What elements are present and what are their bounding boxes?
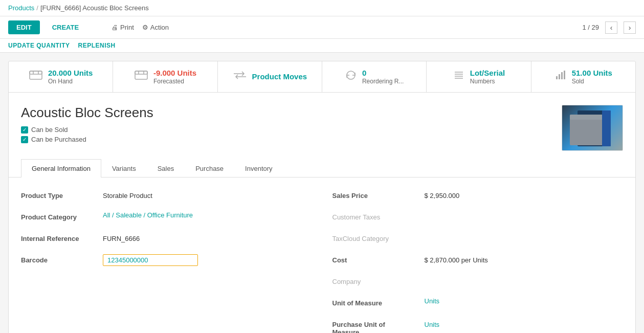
breadcrumb-parent[interactable]: Products <box>8 4 34 12</box>
stat-on-hand-value: 20.000 Units <box>48 69 93 78</box>
field-barcode: Barcode <box>21 254 312 269</box>
action-bar-right: 1 / 29 ‹ › <box>582 21 636 34</box>
field-product-category: Product Category All / Saleable / Office… <box>21 211 312 226</box>
tab-general-information[interactable]: General Information <box>21 159 101 177</box>
stat-on-hand-text: 20.000 Units On Hand <box>48 69 93 85</box>
stat-lot-serial-value: Lot/Serial <box>470 69 505 78</box>
tabs-bar: General Information Variants Sales Purch… <box>9 159 635 177</box>
form-right: Sales Price $ 2,950.000 Customer Taxes T… <box>332 190 624 333</box>
product-image <box>562 105 623 151</box>
update-quantity-button[interactable]: UPDATE QUANTITY <box>8 42 70 49</box>
purchased-label: Can be Purchased <box>31 136 86 143</box>
field-purchase-unit-of-measure: Purchase Unit ofMeasure Units <box>332 319 624 333</box>
field-sales-price: Sales Price $ 2,950.000 <box>332 190 624 204</box>
stat-lot-serial-text: Lot/Serial Numbers <box>470 69 505 85</box>
tab-inventory[interactable]: Inventory <box>234 159 283 177</box>
breadcrumb-bar: Products / [FURN_6666] Acoustic Bloc Scr… <box>0 0 644 16</box>
svg-rect-5 <box>135 71 147 74</box>
field-internal-reference: Internal Reference FURN_6666 <box>21 233 312 247</box>
tab-variants[interactable]: Variants <box>101 159 147 177</box>
svg-rect-21 <box>602 110 611 146</box>
stat-reordering-text: 0 Reordering R... <box>362 69 404 85</box>
stat-product-moves-text: Product Moves <box>252 72 307 81</box>
internal-reference-value: FURN_6666 <box>103 233 140 242</box>
action-button[interactable]: ⚙ Action <box>142 24 169 31</box>
product-header: Acoustic Bloc Screens ✓ Can be Sold ✓ Ca… <box>9 93 635 159</box>
replenish-button[interactable]: REPLENISH <box>78 42 116 49</box>
product-info: Acoustic Bloc Screens ✓ Can be Sold ✓ Ca… <box>21 105 153 143</box>
refresh-icon <box>345 69 357 84</box>
box-icon <box>29 69 43 84</box>
stat-forecasted-value: -9.000 Units <box>153 69 196 78</box>
sub-action-bar: UPDATE QUANTITY REPLENISH <box>0 39 644 53</box>
stat-sold[interactable]: 51.00 Units Sold <box>531 61 635 92</box>
stat-product-moves[interactable]: Product Moves <box>218 61 322 92</box>
svg-rect-17 <box>564 71 565 79</box>
field-unit-of-measure: Unit of Measure Units <box>332 297 624 312</box>
tab-purchase[interactable]: Purchase <box>185 159 234 177</box>
purchased-checkbox[interactable]: ✓ <box>21 136 28 143</box>
stat-lot-serial-label: Numbers <box>470 78 505 85</box>
stat-sold-label: Sold <box>572 78 612 85</box>
main-content: 20.000 Units On Hand -9.000 Units Foreca… <box>0 53 644 333</box>
unit-of-measure-value[interactable]: Units <box>425 297 440 305</box>
form-content: Product Type Storable Product Product Ca… <box>9 177 635 333</box>
cost-value: $ 2,870.000 per Units <box>425 254 488 264</box>
tab-sales[interactable]: Sales <box>147 159 185 177</box>
edit-button[interactable]: EDIT <box>8 20 40 34</box>
nav-next-button[interactable]: › <box>624 21 636 34</box>
stat-reordering[interactable]: 0 Reordering R... <box>322 61 427 92</box>
product-category-value[interactable]: All / Saleable / Office Furniture <box>103 211 193 219</box>
stat-lot-serial[interactable]: Lot/Serial Numbers <box>427 61 531 92</box>
svg-rect-15 <box>559 74 560 79</box>
unit-of-measure-label: Unit of Measure <box>332 297 425 307</box>
product-name: Acoustic Bloc Screens <box>21 105 153 121</box>
cost-label: Cost <box>332 254 425 264</box>
sold-label: Can be Sold <box>31 126 68 134</box>
stat-product-moves-value: Product Moves <box>252 72 307 81</box>
box-forecast-icon <box>134 69 148 84</box>
svg-rect-14 <box>556 76 558 79</box>
stat-on-hand[interactable]: 20.000 Units On Hand <box>9 61 113 92</box>
stat-on-hand-label: On Hand <box>48 78 93 85</box>
create-button[interactable]: CREATE <box>44 20 87 34</box>
purchase-unit-of-measure-value[interactable]: Units <box>425 319 440 328</box>
action-label: Action <box>150 24 169 31</box>
action-bar-center: 🖨 Print ⚙ Action <box>112 24 169 31</box>
sold-checkbox[interactable]: ✓ <box>21 126 28 134</box>
product-category-label: Product Category <box>21 211 103 221</box>
field-taxcloud-category: TaxCloud Category <box>332 233 624 247</box>
stats-bar: 20.000 Units On Hand -9.000 Units Foreca… <box>9 61 635 93</box>
field-company: Company <box>332 276 624 290</box>
stat-sold-text: 51.00 Units Sold <box>572 69 612 85</box>
print-label: Print <box>120 24 134 31</box>
printer-icon: 🖨 <box>112 24 118 31</box>
nav-total: 29 <box>592 24 599 31</box>
purchase-unit-of-measure-label: Purchase Unit ofMeasure <box>332 319 425 333</box>
breadcrumb-separator: / <box>36 4 38 12</box>
svg-rect-1 <box>30 71 42 74</box>
internal-reference-label: Internal Reference <box>21 233 103 242</box>
product-type-value: Storable Product <box>103 190 152 199</box>
sales-price-label: Sales Price <box>332 190 425 199</box>
stat-forecasted[interactable]: -9.000 Units Forecasted <box>113 61 217 92</box>
stat-sold-value: 51.00 Units <box>572 69 612 78</box>
taxcloud-category-label: TaxCloud Category <box>332 233 425 242</box>
field-product-type: Product Type Storable Product <box>21 190 312 204</box>
svg-rect-4 <box>135 71 147 79</box>
barcode-input[interactable] <box>103 254 198 266</box>
nav-prev-button[interactable]: ‹ <box>605 21 617 34</box>
field-customer-taxes: Customer Taxes <box>332 211 624 226</box>
product-type-label: Product Type <box>21 190 103 199</box>
customer-taxes-label: Customer Taxes <box>332 211 425 221</box>
company-label: Company <box>332 276 425 285</box>
stat-reordering-label: Reordering R... <box>362 78 404 85</box>
svg-rect-20 <box>570 115 603 120</box>
product-tags: ✓ Can be Sold ✓ Can be Purchased <box>21 126 153 143</box>
sales-price-value: $ 2,950.000 <box>425 190 460 199</box>
stat-forecasted-label: Forecasted <box>153 78 196 85</box>
print-button[interactable]: 🖨 Print <box>112 24 134 31</box>
form-left: Product Type Storable Product Product Ca… <box>21 190 312 333</box>
stat-reordering-value: 0 <box>362 69 404 78</box>
svg-rect-16 <box>561 72 563 79</box>
